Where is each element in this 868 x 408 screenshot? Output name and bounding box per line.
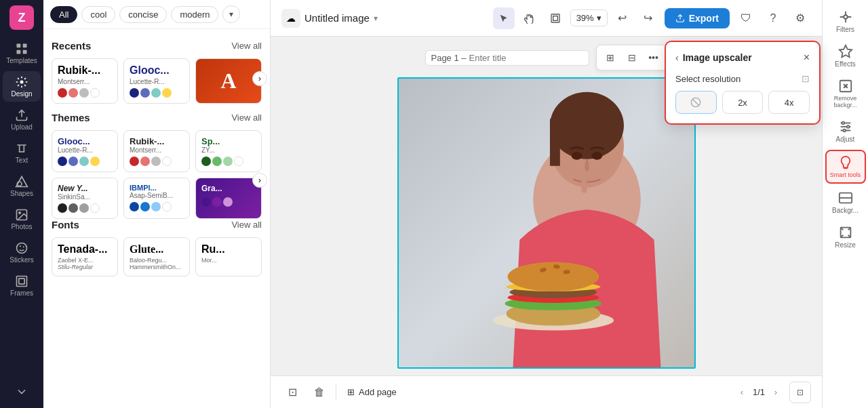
redo-btn[interactable]: ↪ bbox=[637, 7, 659, 29]
select-tool-btn[interactable] bbox=[493, 7, 515, 29]
right-tool-smart[interactable]: Smart tools bbox=[825, 150, 866, 184]
sidebar-item-frames[interactable]: Frames bbox=[3, 270, 41, 301]
sidebar-item-design[interactable]: Design bbox=[3, 71, 41, 102]
grid-view-btn[interactable]: ⊞ bbox=[601, 48, 620, 67]
grid-icon bbox=[15, 42, 28, 56]
canvas-toolbar: ⊞ ⊟ ••• bbox=[596, 45, 668, 70]
canvas-image bbox=[399, 79, 694, 367]
doc-chevron-icon[interactable]: ▾ bbox=[374, 14, 378, 23]
sidebar-item-text[interactable]: Text bbox=[3, 138, 41, 168]
hand-tool-btn[interactable] bbox=[519, 7, 540, 29]
resize-label: Resize bbox=[835, 241, 856, 249]
right-tool-filters[interactable]: Filters bbox=[825, 5, 866, 37]
export-button[interactable]: Export bbox=[665, 8, 730, 28]
recent-card-1[interactable]: Glooc... Lucette-R... bbox=[123, 58, 190, 104]
svg-rect-3 bbox=[23, 50, 27, 54]
res-btn-disabled[interactable] bbox=[675, 91, 717, 114]
fonts-view-all[interactable]: View all bbox=[231, 220, 262, 230]
next-page-btn[interactable]: › bbox=[768, 384, 784, 401]
themes-next-btn[interactable]: › bbox=[252, 173, 267, 188]
recents-title: Recents bbox=[52, 40, 91, 52]
tag-all[interactable]: All bbox=[50, 6, 77, 23]
svg-point-44 bbox=[843, 129, 846, 132]
smart-icon bbox=[838, 155, 853, 170]
themes-grid: Glooc... Lucette-R... Rubik-... Montserr… bbox=[52, 130, 262, 219]
font-card-2[interactable]: Ru... Mor... bbox=[195, 237, 262, 277]
recents-section-header: Recents View all bbox=[52, 40, 262, 52]
recents-next-btn[interactable]: › bbox=[252, 71, 267, 86]
recent-card-0[interactable]: Rubik-... Montserr... bbox=[52, 58, 118, 104]
fonts-grid: Tenada-... Zaobel X-E... Stilu-Regular G… bbox=[52, 237, 262, 277]
sidebar-item-stickers[interactable]: Stickers bbox=[3, 237, 41, 268]
topbar: ☁ Untitled image ▾ 39% ▾ ↩ ↪ Export bbox=[271, 0, 822, 37]
zoom-control[interactable]: 39% ▾ bbox=[570, 9, 608, 26]
resolution-buttons: 2x 4x bbox=[675, 91, 810, 114]
themes-view-all[interactable]: View all bbox=[231, 113, 262, 123]
tag-cool[interactable]: cool bbox=[81, 6, 115, 23]
right-tool-resize[interactable]: Resize bbox=[825, 221, 866, 253]
right-tool-remove-bg[interactable]: Remove backgr... bbox=[825, 75, 866, 113]
page-title-input[interactable] bbox=[469, 53, 583, 63]
tag-modern[interactable]: modern bbox=[171, 6, 218, 23]
remove-bg-label: Remove backgr... bbox=[828, 95, 863, 108]
svg-rect-22 bbox=[549, 119, 559, 165]
copy-page-btn[interactable]: ⊡ bbox=[281, 382, 303, 403]
layout-btn[interactable]: ⊟ bbox=[623, 48, 642, 67]
font-card-1[interactable]: Glute... Baloo-Regu... HammersmithOn... bbox=[123, 237, 190, 277]
export-label: Export bbox=[689, 13, 719, 24]
background-label: Backgr... bbox=[832, 207, 859, 214]
res-btn-2x[interactable]: 2x bbox=[722, 91, 764, 114]
sidebar-item-more[interactable] bbox=[3, 381, 41, 403]
frame-tool-btn[interactable] bbox=[545, 7, 566, 29]
sidebar-item-shapes[interactable]: Shapes bbox=[3, 171, 41, 201]
recent-card-2[interactable]: A bbox=[195, 58, 262, 104]
add-page-label: Add page bbox=[359, 387, 397, 397]
add-page-button[interactable]: ⊞ Add page bbox=[342, 384, 402, 400]
prev-page-btn[interactable]: ‹ bbox=[734, 384, 750, 401]
theme-card-3[interactable]: New Y... SinkinSa... bbox=[52, 178, 118, 219]
sidebar-left: Z Templates Design Upload Text Shapes Ph… bbox=[0, 0, 43, 408]
shapes-icon bbox=[15, 175, 28, 188]
upscaler-close-btn[interactable]: × bbox=[804, 52, 810, 64]
upscaler-header: ‹ Image upscaler × bbox=[675, 52, 810, 64]
settings-btn[interactable]: ⚙ bbox=[789, 7, 811, 29]
theme-card-1[interactable]: Rubik-... Montserr... bbox=[123, 130, 190, 172]
recents-grid: Rubik-... Montserr... Glooc... Lucette-R… bbox=[52, 58, 262, 104]
sidebar-item-templates[interactable]: Templates bbox=[3, 38, 41, 68]
right-tool-adjust[interactable]: Adjust bbox=[825, 115, 866, 147]
delete-page-btn[interactable]: 🗑 bbox=[309, 382, 330, 403]
more-options-btn[interactable]: ••• bbox=[644, 48, 663, 67]
upscaler-back-btn[interactable]: ‹ bbox=[675, 52, 679, 63]
tag-concise[interactable]: concise bbox=[119, 6, 167, 23]
right-tool-background[interactable]: Backgr... bbox=[825, 186, 866, 218]
theme-card-0[interactable]: Glooc... Lucette-R... bbox=[52, 130, 118, 172]
theme-card-5[interactable]: Gra... bbox=[195, 178, 262, 219]
help-btn[interactable]: ? bbox=[762, 7, 784, 29]
upload-icon bbox=[15, 108, 28, 122]
cursor-icon bbox=[498, 13, 509, 24]
recent-sub-0: Montserr... bbox=[58, 78, 112, 85]
recent-font-0: Rubik-... bbox=[58, 64, 112, 77]
shield-btn[interactable]: 🛡 bbox=[735, 7, 757, 29]
font-card-0[interactable]: Tenada-... Zaobel X-E... Stilu-Regular bbox=[52, 237, 118, 277]
resize-icon bbox=[838, 225, 853, 240]
tag-bar: All cool concise modern ▾ bbox=[43, 0, 270, 29]
theme-card-4[interactable]: IBMPl... Asap-SemiB... bbox=[123, 178, 190, 219]
fonts-section-header: Fonts View all bbox=[52, 219, 262, 230]
right-tool-effects[interactable]: Effects bbox=[825, 40, 866, 72]
upscaler-title: Image upscaler bbox=[683, 52, 752, 63]
sidebar-label-shapes: Shapes bbox=[10, 190, 33, 197]
sidebar-label-upload: Upload bbox=[11, 123, 33, 131]
smart-label: Smart tools bbox=[830, 171, 861, 178]
canvas-frame[interactable] bbox=[397, 77, 696, 369]
theme-card-2[interactable]: Sp... ZY... bbox=[195, 130, 262, 172]
tag-dropdown-btn[interactable]: ▾ bbox=[222, 5, 240, 23]
sidebar-item-photos[interactable]: Photos bbox=[3, 204, 41, 234]
fit-page-btn[interactable]: ⊡ bbox=[789, 382, 811, 403]
sidebar-item-upload[interactable]: Upload bbox=[3, 104, 41, 135]
svg-point-32 bbox=[507, 262, 599, 291]
recents-view-all[interactable]: View all bbox=[231, 41, 262, 51]
svg-rect-12 bbox=[17, 277, 27, 287]
undo-btn[interactable]: ↩ bbox=[612, 7, 633, 29]
res-btn-4x[interactable]: 4x bbox=[768, 91, 810, 114]
